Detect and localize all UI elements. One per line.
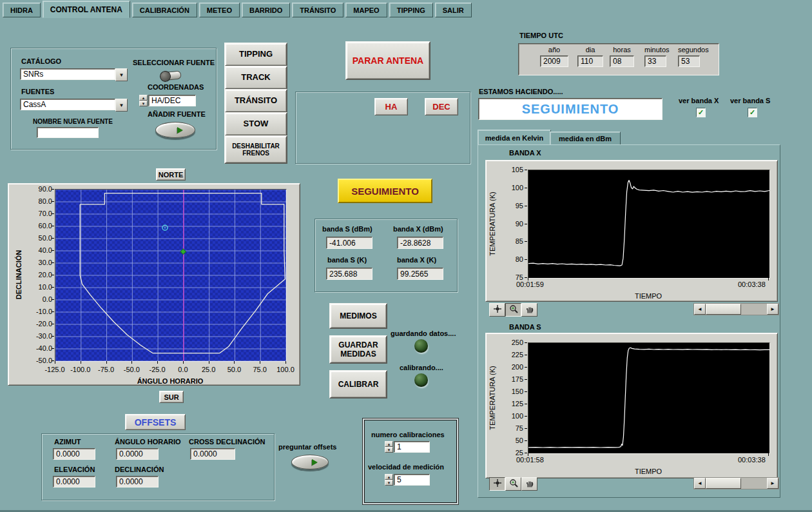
scroll-left-button[interactable]: ◄	[694, 478, 706, 489]
y-tick-label: 125	[498, 400, 523, 408]
add-source-button[interactable]	[155, 122, 195, 138]
mode-button-track[interactable]: TRACK	[224, 66, 287, 90]
scrollbar-thumb[interactable]	[706, 304, 741, 315]
scroll-right-button[interactable]: ►	[767, 478, 778, 489]
spinner-up-icon[interactable]: ▲	[139, 95, 148, 101]
measure-speed-field[interactable]: 5	[394, 474, 430, 486]
measure-speed-spinner[interactable]: ▲▼	[385, 474, 393, 486]
y-tick-mark	[52, 287, 54, 288]
y-tick-mark	[52, 360, 54, 361]
scroll-right-button[interactable]: ►	[767, 304, 778, 315]
tab-meteo[interactable]: METEO	[199, 3, 240, 17]
coordinates-spinner[interactable]: ▲▼	[139, 95, 148, 106]
ask-offsets-button[interactable]	[291, 455, 329, 469]
num-calibrations-spinner[interactable]: ▲▼	[385, 441, 393, 453]
scrollbar-thumb[interactable]	[706, 478, 741, 489]
spinner-down-icon[interactable]: ▼	[139, 101, 148, 106]
chart-tool-crosshair-button[interactable]	[489, 477, 505, 491]
chart-tool-pan-button[interactable]	[521, 303, 537, 317]
y-tick-mark	[525, 241, 527, 242]
led-indicator[interactable]	[414, 339, 428, 353]
y-tick-label: 10.0	[26, 283, 52, 291]
scrollbar-track[interactable]	[706, 478, 767, 489]
mode-button-stow[interactable]: STOW	[224, 112, 287, 136]
scrollbar-track[interactable]	[706, 304, 767, 315]
chart-tool-pan-button[interactable]	[521, 477, 537, 491]
y-tick-mark	[52, 213, 54, 214]
tab-hidra[interactable]: HIDRA	[3, 3, 41, 17]
action-button-medimos[interactable]: MEDIMOS	[329, 303, 387, 329]
offset-field-value[interactable]: 0.0000	[116, 476, 159, 487]
catalog-dropdown-button[interactable]: ▼	[115, 68, 128, 81]
x-tick-mark	[260, 361, 260, 364]
y-tick-label: 50.0	[26, 234, 52, 242]
new-source-input[interactable]	[37, 127, 99, 138]
led-indicator[interactable]	[414, 373, 428, 387]
toggle-knob-icon	[159, 70, 171, 83]
tab-tránsito[interactable]: TRÁNSITO	[292, 3, 343, 17]
y-tick-label: -30.0	[26, 332, 52, 340]
y-tick-label: 225	[498, 351, 523, 359]
select-source-toggle[interactable]	[160, 70, 181, 81]
offset-field-value[interactable]: 0.0000	[53, 448, 95, 460]
banda-x-scrollbar[interactable]: ◄►	[693, 303, 779, 315]
spinner-up-icon[interactable]: ▲	[385, 474, 393, 480]
tab-tipping[interactable]: TIPPING	[389, 3, 433, 17]
x-tick-mark	[768, 453, 769, 456]
offset-field-value[interactable]: 0.0000	[116, 448, 159, 460]
sources-dropdown[interactable]: CassA	[20, 99, 115, 110]
y-tick-mark	[525, 453, 527, 453]
chart-tool-crosshair-button[interactable]	[489, 303, 505, 317]
spinner-down-icon[interactable]: ▼	[385, 447, 393, 453]
action-button-calibrar[interactable]: CALIBRAR	[329, 370, 387, 399]
band-readout-label: banda S (dBm)	[322, 225, 372, 233]
spinner-up-icon[interactable]: ▲	[385, 441, 393, 447]
action-button-guardar-medidas[interactable]: GUARDAR MEDIDAS	[329, 335, 387, 364]
mode-button-tipping[interactable]: TIPPING	[224, 43, 287, 66]
catalog-dropdown[interactable]: SNRs	[20, 68, 115, 80]
scroll-left-button[interactable]: ◄	[694, 304, 706, 315]
band-checkbox[interactable]: ✓	[696, 108, 706, 117]
sources-dropdown-button[interactable]: ▼	[115, 99, 128, 112]
utc-field-value: 53	[678, 55, 700, 67]
chart-tool-zoom-button[interactable]	[505, 477, 521, 491]
mode-button-deshabilitar-frenos[interactable]: DESHABILITAR FRENOS	[224, 135, 287, 164]
y-tick-label: 100	[498, 412, 523, 420]
sky-plot-area[interactable]	[55, 189, 287, 362]
tab-mapeo[interactable]: MAPEO	[345, 3, 387, 17]
x-tick-label: 100.0	[270, 366, 301, 373]
measure-tab-dbm[interactable]: medida en dBm	[550, 132, 621, 146]
tab-salir[interactable]: SALIR	[435, 3, 472, 17]
num-calibrations-field[interactable]: 1	[394, 441, 430, 453]
y-tick-mark	[52, 262, 54, 263]
tracking-button[interactable]: SEGUIMIENTO	[338, 179, 432, 203]
mode-button-tránsito[interactable]: TRÁNSITO	[224, 89, 287, 113]
pan-hand-icon	[525, 304, 534, 316]
utc-field-value: 08	[610, 55, 634, 67]
tab-calibración[interactable]: CALIBRACIÓN	[132, 3, 197, 17]
y-tick-mark	[525, 277, 527, 278]
banda-s-scrollbar[interactable]: ◄►	[693, 477, 779, 489]
x-tick-mark	[285, 361, 286, 364]
utc-field-label: segundos	[678, 46, 700, 54]
x-tick-mark	[209, 361, 209, 364]
measure-tab-kelvin[interactable]: medida en Kelvin	[478, 130, 551, 146]
y-tick-mark	[52, 189, 54, 190]
coordinates-field[interactable]: HA/DEC	[148, 95, 196, 106]
stop-antenna-button[interactable]: PARAR ANTENA	[345, 41, 430, 80]
spinner-down-icon[interactable]: ▼	[385, 480, 393, 486]
x-tick-mark	[183, 361, 184, 364]
y-tick-mark	[52, 226, 54, 226]
tab-barrido[interactable]: BARRIDO	[242, 3, 290, 17]
band-checkbox[interactable]: ✓	[748, 108, 757, 117]
chart-tool-zoom-button[interactable]	[505, 303, 521, 317]
y-tick-label: -20.0	[26, 320, 52, 328]
y-tick-mark	[52, 250, 54, 251]
band-readout-value: -41.006	[326, 237, 372, 249]
catalog-label: CATÁLOGO	[21, 57, 61, 65]
band-checkbox-label: ver banda S	[730, 97, 770, 104]
tab-control-antena[interactable]: CONTROL ANTENA	[43, 1, 130, 18]
band-readout-value: 99.2565	[397, 268, 443, 280]
offset-field-value[interactable]: 0.0000	[190, 448, 235, 460]
offset-field-value[interactable]: 0.0000	[53, 476, 95, 487]
